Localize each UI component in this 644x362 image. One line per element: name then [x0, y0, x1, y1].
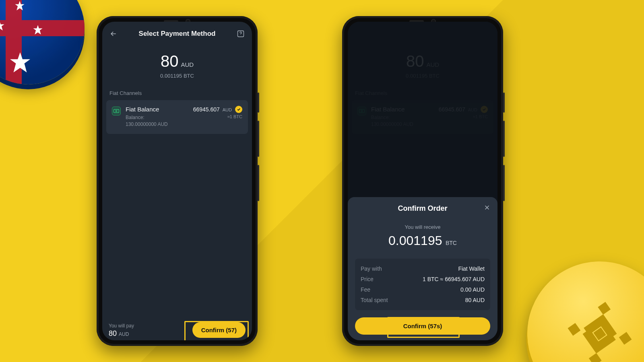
footer: You will pay 80 AUD Confirm (57) [102, 317, 252, 340]
help-icon[interactable] [236, 29, 246, 39]
star-icon [8, 50, 32, 74]
receive-amount: 0.001195 BTC [355, 233, 490, 248]
sheet-caption: You will receive [355, 224, 490, 230]
svg-point-7 [116, 110, 117, 112]
close-icon[interactable] [482, 203, 492, 212]
detail-row-price: Price 1 BTC ≈ 66945.607 AUD [361, 274, 485, 284]
section-label: Fiat Channels [102, 81, 252, 100]
svg-rect-3 [619, 332, 632, 345]
coin-aus-flag-icon [0, 0, 85, 84]
phone-right: . 80 AUD 0.001195 BTC Fiat Channels Fiat… [342, 16, 503, 346]
detail-key: Total spent [361, 297, 388, 303]
detail-value: 0.00 AUD [460, 286, 485, 293]
star-icon [32, 24, 43, 35]
confirm-button[interactable]: Confirm (57) [192, 322, 246, 338]
detail-row-total: Total spent 80 AUD [361, 295, 485, 305]
detail-key: Price [361, 276, 374, 282]
detail-row-fee: Fee 0.00 AUD [361, 284, 485, 295]
binance-logo-icon [555, 290, 644, 362]
svg-rect-0 [598, 302, 611, 315]
sheet-title: Confirm Order [355, 204, 490, 213]
detail-value: 1 BTC ≈ 66945.607 AUD [423, 276, 485, 282]
footer-pay-value: 80 [109, 329, 117, 337]
back-arrow-icon[interactable] [109, 29, 118, 39]
receive-unit: BTC [446, 240, 457, 246]
footer-pay-label: You will pay [109, 323, 134, 329]
page-title: Select Payment Method [139, 30, 216, 38]
star-icon [14, 0, 25, 11]
amount-converted: 0.001195 BTC [102, 73, 252, 79]
footer-pay-currency: AUD [119, 331, 129, 337]
star-icon [0, 20, 5, 31]
detail-key: Fee [361, 286, 370, 293]
svg-rect-6 [114, 109, 119, 113]
channel-balance-value: 130.00000000 AUD [126, 121, 168, 127]
channel-rate-value: 66945.607 [193, 106, 220, 113]
confirm-button[interactable]: Confirm (57s) [355, 317, 490, 335]
detail-value: 80 AUD [465, 297, 485, 303]
payment-channel-fiat-balance[interactable]: Fiat Balance Balance: 130.00000000 AUD 6… [106, 100, 248, 134]
coin-binance-icon [516, 250, 644, 362]
check-circle-icon [235, 106, 242, 113]
screen-confirm-order: . 80 AUD 0.001195 BTC Fiat Channels Fiat… [348, 22, 497, 340]
detail-key: Pay with [361, 265, 382, 272]
channel-name: Fiat Balance [126, 106, 188, 113]
detail-row-paywith: Pay with Fiat Wallet [361, 263, 485, 274]
order-details: Pay with Fiat Wallet Price 1 BTC ≈ 66945… [355, 259, 490, 310]
channel-balance-label: Balance: [126, 115, 144, 120]
amount-display: 80 AUD [161, 52, 194, 70]
confirm-order-sheet: Confirm Order You will receive 0.001195 … [348, 197, 497, 340]
amount-value: 80 [161, 52, 179, 70]
amount-currency: AUD [181, 61, 194, 68]
svg-rect-1 [589, 353, 602, 362]
screen-select-payment: Select Payment Method 80 AUD 0.001195 BT… [102, 22, 252, 340]
phone-left: Select Payment Method 80 AUD 0.001195 BT… [97, 16, 258, 346]
detail-value: Fiat Wallet [458, 265, 485, 272]
channel-rate-currency: AUD [223, 107, 232, 112]
receive-value: 0.001195 [388, 233, 442, 248]
channel-rate-note: ≈1 BTC [193, 114, 242, 119]
cash-icon [112, 107, 121, 115]
svg-rect-2 [568, 323, 581, 336]
